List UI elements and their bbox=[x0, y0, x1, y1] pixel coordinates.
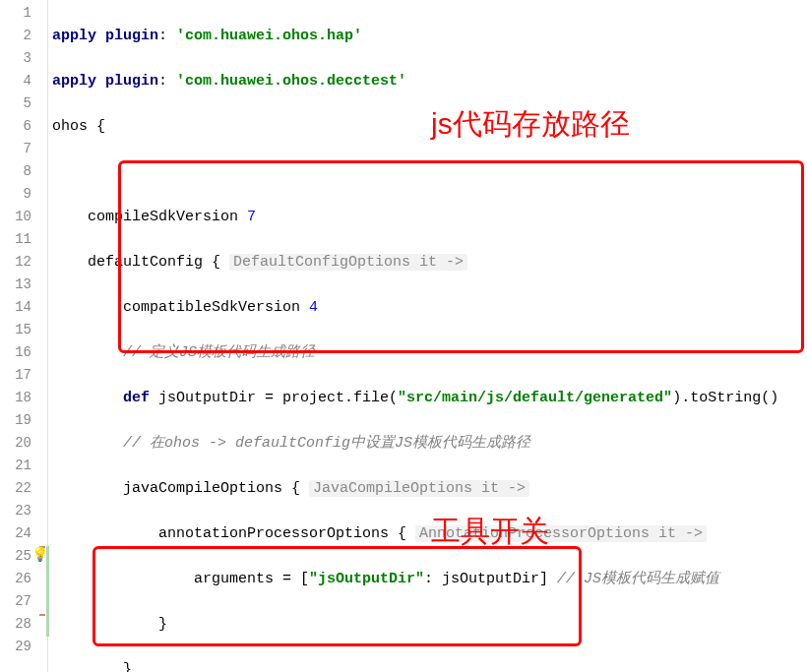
line-number: 18 bbox=[6, 387, 31, 409]
line-number: 25 bbox=[6, 545, 31, 568]
code-line[interactable]: apply plugin: 'com.huawei.ohos.decctest' bbox=[52, 70, 803, 92]
line-number: 2 bbox=[6, 25, 31, 47]
param-hint: JavaCompileOptions it -> bbox=[309, 480, 529, 497]
lightbulb-icon[interactable]: 💡 bbox=[31, 546, 48, 563]
code-line[interactable]: ohos { bbox=[52, 115, 803, 138]
line-number: 21 bbox=[6, 455, 31, 477]
line-number: 8 bbox=[6, 160, 31, 183]
line-number: 13 bbox=[6, 274, 31, 296]
line-number: 27 bbox=[6, 590, 31, 613]
line-number: 11 bbox=[6, 228, 31, 251]
code-line[interactable]: javaCompileOptions { JavaCompileOptions … bbox=[52, 477, 803, 500]
code-line[interactable]: // 定义JS模板代码生成路径 bbox=[52, 341, 803, 364]
line-number: 28 bbox=[6, 613, 31, 636]
line-number: 1 bbox=[6, 2, 31, 25]
line-number: 19 bbox=[6, 409, 31, 432]
line-number: 29 bbox=[6, 636, 31, 658]
code-line[interactable]: } bbox=[52, 658, 803, 672]
code-area[interactable]: apply plugin: 'com.huawei.ohos.hap' appl… bbox=[48, 0, 807, 672]
param-hint: AnnotationProcessorOptions it -> bbox=[415, 525, 707, 542]
code-line[interactable]: arguments = ["jsOutputDir": jsOutputDir]… bbox=[52, 568, 803, 590]
line-number: 3 bbox=[6, 47, 31, 70]
line-number: 9 bbox=[6, 183, 31, 206]
line-number: 23 bbox=[6, 500, 31, 522]
line-number: 16 bbox=[6, 341, 31, 364]
line-number: 17 bbox=[6, 364, 31, 387]
code-line[interactable] bbox=[52, 160, 803, 183]
code-editor[interactable]: 1 2 3 4 5 6 7 8 9 10 11 12 13 14 15 16 1… bbox=[0, 0, 807, 672]
code-line[interactable]: def jsOutputDir = project.file("src/main… bbox=[52, 387, 803, 409]
code-line[interactable]: defaultConfig { DefaultConfigOptions it … bbox=[52, 251, 803, 274]
line-number: 20 bbox=[6, 432, 31, 455]
code-line[interactable]: compatibleSdkVersion 4 bbox=[52, 296, 803, 319]
code-line[interactable]: apply plugin: 'com.huawei.ohos.hap' bbox=[52, 25, 803, 47]
line-number: 15 bbox=[6, 319, 31, 341]
line-number: 4 bbox=[6, 70, 31, 92]
line-number: 6 bbox=[6, 115, 31, 138]
line-number: 24 bbox=[6, 522, 31, 545]
code-line[interactable]: annotationProcessorOptions { AnnotationP… bbox=[52, 522, 803, 545]
gutter: 1 2 3 4 5 6 7 8 9 10 11 12 13 14 15 16 1… bbox=[0, 0, 48, 672]
code-line[interactable]: } bbox=[52, 613, 803, 636]
code-line[interactable]: compileSdkVersion 7 bbox=[52, 206, 803, 228]
gutter-tick bbox=[39, 614, 45, 616]
line-number: 12 bbox=[6, 251, 31, 274]
line-number: 5 bbox=[6, 92, 31, 115]
line-number: 14 bbox=[6, 296, 31, 319]
line-number: 22 bbox=[6, 477, 31, 500]
param-hint: DefaultConfigOptions it -> bbox=[229, 254, 467, 271]
line-number: 7 bbox=[6, 138, 31, 160]
code-line[interactable]: // 在ohos -> defaultConfig中设置JS模板代码生成路径 bbox=[52, 432, 803, 455]
line-number: 10 bbox=[6, 206, 31, 228]
line-number: 26 bbox=[6, 568, 31, 590]
